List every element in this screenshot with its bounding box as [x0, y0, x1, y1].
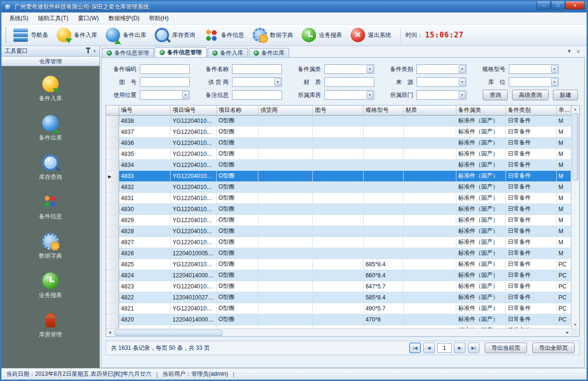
toolbar-button[interactable]: 数据字典 — [248, 26, 297, 44]
filter-field-control[interactable]: ▼ — [509, 77, 559, 87]
menu-item[interactable]: 系统(S) — [4, 13, 33, 24]
filter-field-control[interactable]: ▼ — [232, 90, 282, 100]
dropdown-arrow-icon[interactable]: ▼ — [551, 65, 558, 73]
table-cell[interactable]: 日常备件 — [506, 181, 556, 192]
table-row[interactable]: ▶ 4836YG12204010091O型圈标准件（国产）日常备件M — [106, 137, 571, 148]
table-cell[interactable] — [258, 281, 313, 292]
dropdown-arrow-icon[interactable]: ▼ — [551, 78, 558, 86]
table-cell[interactable]: 4834 — [119, 159, 171, 170]
prev-page-button[interactable]: ◀ — [423, 343, 435, 353]
page-number-input[interactable] — [437, 343, 452, 353]
table-cell[interactable]: 日常备件 — [506, 203, 556, 214]
table-cell[interactable]: 4835 — [119, 148, 171, 159]
dropdown-arrow-icon[interactable]: ▼ — [274, 78, 281, 86]
table-cell[interactable]: M — [556, 115, 571, 126]
table-cell[interactable]: YG12204010093 — [171, 115, 216, 126]
tab[interactable]: 备件信息管理 — [155, 47, 207, 57]
table-cell[interactable]: 4832 — [119, 181, 171, 192]
table-cell[interactable]: PC — [556, 270, 571, 281]
filter-field-control[interactable]: ▼ — [232, 77, 282, 87]
table-cell[interactable] — [313, 292, 363, 303]
table-cell[interactable] — [404, 170, 456, 181]
column-header[interactable]: 项目名称 — [216, 106, 258, 115]
column-header[interactable]: 备件属类 — [456, 106, 505, 115]
sidebar-item[interactable]: 业务报表 — [39, 273, 62, 299]
table-cell[interactable] — [404, 270, 456, 281]
table-cell[interactable]: YG12204010081 — [171, 259, 216, 270]
table-cell[interactable]: YG12204010091 — [171, 137, 216, 148]
table-cell[interactable] — [404, 314, 456, 325]
table-cell[interactable] — [363, 214, 403, 226]
table-cell[interactable] — [313, 115, 363, 126]
table-row[interactable]: ▶ 4832YG12204010087O型圈标准件（国产）日常备件M — [106, 181, 571, 192]
table-cell[interactable]: 日常备件 — [506, 126, 556, 137]
table-cell[interactable]: O型圈 — [216, 170, 258, 181]
table-cell[interactable] — [404, 137, 456, 148]
table-cell[interactable] — [258, 115, 313, 126]
table-cell[interactable] — [404, 203, 456, 214]
sidebar-item[interactable]: 备件信息 — [39, 194, 62, 221]
table-cell[interactable] — [258, 192, 313, 203]
table-cell[interactable]: 日常备件 — [506, 159, 556, 170]
table-cell[interactable]: 日常备件 — [506, 325, 556, 328]
sidebar-item[interactable]: 数据字典 — [39, 233, 62, 260]
table-cell[interactable] — [313, 148, 363, 159]
table-row[interactable]: ▶ 4837YG12204010092O型圈标准件（国产）日常备件M — [106, 126, 571, 137]
table-cell[interactable] — [313, 237, 363, 248]
table-cell[interactable] — [313, 137, 363, 148]
table-cell[interactable]: O型圈 — [216, 126, 258, 137]
filter-field-control[interactable]: ▼ — [140, 90, 190, 100]
table-cell[interactable] — [404, 192, 456, 203]
table-cell[interactable]: 4822 — [119, 292, 171, 303]
table-cell[interactable] — [363, 170, 403, 181]
row-header[interactable]: ▶ — [106, 115, 119, 126]
table-cell[interactable]: 470*8 — [363, 314, 403, 325]
table-cell[interactable]: 标准件（国产） — [456, 126, 505, 137]
table-cell[interactable]: 标准件（国产） — [456, 181, 505, 192]
table-cell[interactable]: YG12204010079 — [171, 303, 216, 314]
table-cell[interactable]: 标准件（国产） — [456, 159, 505, 170]
table-row[interactable]: ▶ 48201220401400013O型圈470*8标准件（国产）日常备件PC — [106, 314, 571, 325]
table-cell[interactable]: 日常备件 — [506, 248, 556, 259]
maximize-button[interactable]: □ — [551, 1, 565, 10]
table-cell[interactable] — [258, 259, 313, 270]
sidebar-item[interactable]: 备件入库 — [39, 76, 62, 103]
table-cell[interactable]: 日常备件 — [506, 259, 556, 270]
table-cell[interactable] — [404, 226, 456, 237]
table-cell[interactable]: YG12204010090 — [171, 148, 216, 159]
table-cell[interactable]: 4831 — [119, 192, 171, 203]
table-cell[interactable]: M — [556, 226, 571, 237]
table-cell[interactable]: M — [556, 170, 571, 181]
filter-field-control[interactable]: ▼ — [324, 90, 374, 100]
table-cell[interactable]: 4833 — [119, 170, 171, 181]
table-row[interactable]: ▶ 4827YG12204010082O型圈标准件（国产）日常备件M — [106, 237, 571, 248]
table-cell[interactable]: 标准件（国产） — [456, 148, 505, 159]
toolbar-button[interactable]: 备件出库 — [101, 26, 150, 44]
dropdown-arrow-icon[interactable]: ▼ — [182, 91, 189, 99]
table-cell[interactable] — [363, 226, 403, 237]
table-cell[interactable]: 4824 — [119, 270, 171, 281]
dropdown-arrow-icon[interactable]: ▼ — [459, 78, 466, 86]
table-cell[interactable]: 4830 — [119, 203, 171, 214]
table-cell[interactable]: 1220401400013 — [171, 314, 216, 325]
table-cell[interactable] — [363, 237, 403, 248]
table-row[interactable]: ▶ 4830YG12204010085O型圈标准件（国产）日常备件M — [106, 203, 571, 214]
table-cell[interactable]: O型圈 — [216, 181, 258, 192]
column-header[interactable]: 图号 — [313, 106, 363, 115]
toolbar-grip-icon[interactable] — [5, 27, 6, 43]
row-header[interactable]: ▶ — [106, 303, 119, 314]
table-cell[interactable]: M — [556, 192, 571, 203]
filter-field-control[interactable]: ▼ — [232, 64, 282, 74]
toolbar-button[interactable]: 库存查询 — [150, 26, 199, 44]
column-header[interactable]: 供货商 — [258, 106, 313, 115]
filter-field-control[interactable]: ▼ — [416, 90, 466, 100]
minimize-button[interactable]: — — [537, 1, 551, 10]
table-row[interactable]: ▶ 4828YG12204010083O型圈标准件（国产）日常备件M — [106, 226, 571, 237]
next-page-button[interactable]: ▶ — [454, 343, 466, 353]
query-button[interactable]: 查询 — [483, 90, 508, 100]
panel-close-icon[interactable]: × — [93, 48, 96, 54]
table-cell[interactable]: 日常备件 — [506, 226, 556, 237]
table-cell[interactable]: 日常备件 — [506, 292, 556, 303]
table-row[interactable]: ▶ 4823YG12204010080O型圈647*5.7标准件（国产）日常备件… — [106, 281, 571, 292]
dropdown-arrow-icon[interactable]: ▼ — [459, 65, 466, 73]
